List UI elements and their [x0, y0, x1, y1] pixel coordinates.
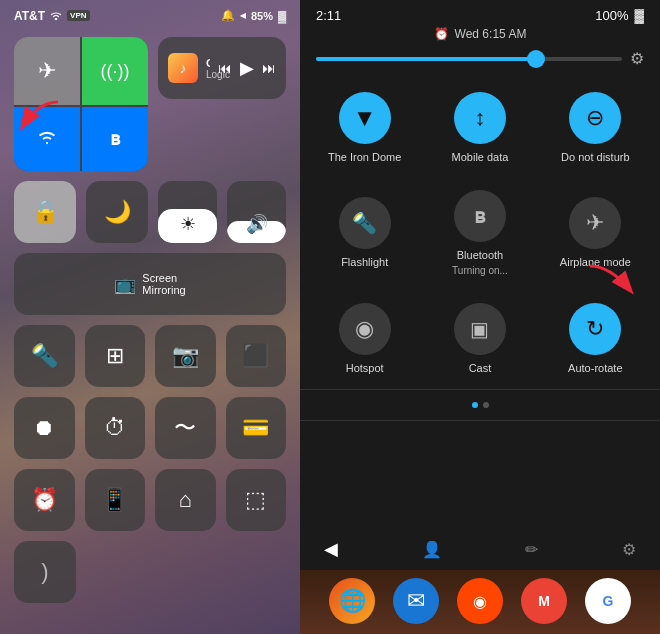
ios-bluetooth-tile[interactable]: ʙ [82, 107, 148, 171]
ios-calc-tile[interactable]: ⊞ [85, 325, 146, 387]
ios-row-5: ⏺ ⏱ 〜 💳 [14, 397, 286, 459]
qs-tile-hotspot[interactable]: ◉ Hotspot [308, 289, 421, 385]
ios-lock-rotation-tile[interactable]: 🔒 [14, 181, 76, 243]
ios-toggle-tile[interactable]: ⬛ [226, 325, 287, 387]
bluetooth-icon: ʙ [110, 128, 120, 150]
ios-nowplaying-tile[interactable]: ♪ Confessions of a... Logic ⏮ ▶ ⏭ [158, 37, 286, 99]
android-nav-bar: ◀ 👤 ✏ ⚙ [300, 528, 660, 570]
location-icon: ◂ [240, 9, 246, 22]
google-icon: G [603, 593, 614, 609]
edit-icon[interactable]: ✏ [525, 540, 538, 559]
camera-icon: 📷 [172, 343, 199, 369]
brightness-track[interactable] [316, 57, 622, 61]
nowplaying-title: Confessions of a... [206, 57, 210, 69]
screen-mirror-icon: 📺 [114, 273, 136, 295]
ios-torch-tile[interactable]: 🔦 [14, 325, 75, 387]
next-button[interactable]: ⏭ [262, 60, 276, 76]
messages-icon: ✉ [407, 588, 425, 614]
mobile-data-icon: ↕ [474, 105, 485, 131]
ios-row-6: ⏰ 📱 ⌂ ⬚ [14, 469, 286, 531]
auto-rotate-label: Auto-rotate [568, 361, 622, 375]
android-page-dots [300, 394, 660, 416]
app-icon-gmail[interactable]: M [521, 578, 567, 624]
vpn-badge: VPN [67, 10, 89, 21]
ios-wallet-tile[interactable]: 💳 [226, 397, 287, 459]
ios-row-2: 🔒 🌙 ☀ 🔊 [14, 181, 286, 243]
brightness-thumb[interactable] [527, 50, 545, 68]
ios-record-tile[interactable]: ⏺ [14, 397, 75, 459]
play-button[interactable]: ▶ [240, 57, 254, 79]
android-brightness-row[interactable]: ⚙ [300, 47, 660, 78]
ear-icon: ) [41, 559, 48, 585]
ios-qr-tile[interactable]: ⬚ [226, 469, 287, 531]
auto-rotate-icon: ↻ [586, 316, 604, 342]
recents-icon[interactable]: 👤 [422, 540, 442, 559]
ios-cellular-tile[interactable]: ((·)) [82, 37, 148, 105]
app-icon-chrome[interactable]: 🌐 [329, 578, 375, 624]
ios-volume-slider[interactable]: 🔊 [227, 181, 286, 243]
dnd-icon-circle: ⊖ [569, 92, 621, 144]
flashlight-label: Flashlight [341, 255, 388, 269]
ios-timer-tile[interactable]: ⏱ [85, 397, 146, 459]
app-icon-reddit[interactable]: ◉ [457, 578, 503, 624]
ios-alarm-tile[interactable]: ⏰ [14, 469, 75, 531]
ios-remote-tile[interactable]: 📱 [85, 469, 146, 531]
music-app-icon: ♪ [168, 53, 198, 83]
chrome-icon: 🌐 [339, 588, 366, 614]
ios-status-bar: AT&T VPN 🔔 ◂ 85% ▓ [0, 0, 300, 27]
ios-camera-tile[interactable]: 📷 [155, 325, 216, 387]
qs-tile-dnd[interactable]: ⊖ Do not disturb [539, 78, 652, 174]
voice-icon: 〜 [174, 413, 196, 443]
bluetooth-label: BluetoothTurning on... [452, 248, 508, 277]
qs-tile-mobile-data[interactable]: ↕ Mobile data [423, 78, 536, 174]
ios-status-right: 🔔 ◂ 85% ▓ [221, 9, 286, 22]
qs-tile-iron-dome[interactable]: ▼ The Iron Dome [308, 78, 421, 174]
flashlight-icon-circle: 🔦 [339, 197, 391, 249]
hotspot-label: Hotspot [346, 361, 384, 375]
airplane-icon: ✈ [38, 58, 56, 84]
wifi-icon [49, 8, 63, 23]
cast-label: Cast [469, 361, 492, 375]
qs-tile-flashlight[interactable]: 🔦 Flashlight [308, 176, 421, 287]
ios-ear-tile[interactable]: ) [14, 541, 76, 603]
app-icon-messages[interactable]: ✉ [393, 578, 439, 624]
cellular-icon: ((·)) [101, 61, 130, 82]
ios-home-tile[interactable]: ⌂ [155, 469, 216, 531]
android-app-dock: 🌐 ✉ ◉ M G [300, 570, 660, 634]
qs-tile-cast[interactable]: ▣ Cast [423, 289, 536, 385]
flashlight-qs-icon: 🔦 [352, 211, 377, 235]
carrier-label: AT&T [14, 9, 45, 23]
arrow-annotation-android [580, 258, 650, 308]
brightness-settings-icon[interactable]: ⚙ [630, 49, 644, 68]
android-battery-label: 100% [595, 8, 628, 23]
app-icon-google[interactable]: G [585, 578, 631, 624]
alarm-indicator-icon: ⏰ [434, 27, 449, 41]
ios-row-3: 📺 ScreenMirroring [14, 253, 286, 315]
ios-screen-mirror-tile[interactable]: 📺 ScreenMirroring [14, 253, 286, 315]
android-alarm-row: ⏰ Wed 6:15 AM [300, 27, 660, 47]
ios-dnd-tile[interactable]: 🌙 [86, 181, 148, 243]
settings-icon[interactable]: ⚙ [622, 540, 636, 559]
iron-dome-label: The Iron Dome [328, 150, 401, 164]
ios-voice-tile[interactable]: 〜 [155, 397, 216, 459]
nowplaying-artist: Logic [206, 69, 210, 80]
gmail-icon: M [538, 593, 550, 609]
cast-icon-circle: ▣ [454, 303, 506, 355]
ios-row-4: 🔦 ⊞ 📷 ⬛ [14, 325, 286, 387]
page-dot-2 [483, 402, 489, 408]
android-battery-icon: ▓ [635, 8, 644, 23]
back-button[interactable]: ◀ [324, 538, 338, 560]
android-time: 2:11 [316, 8, 341, 23]
calc-icon: ⊞ [106, 343, 124, 369]
nowplaying-text: Confessions of a... Logic [206, 57, 210, 80]
prev-button[interactable]: ⏮ [218, 60, 232, 76]
mobile-data-icon-circle: ↕ [454, 92, 506, 144]
dnd-label: Do not disturb [561, 150, 629, 164]
qs-tile-bluetooth[interactable]: ʙ BluetoothTurning on... [423, 176, 536, 287]
ios-row-7: ) [14, 541, 286, 603]
ios-sliders: ☀ 🔊 [158, 181, 286, 243]
ios-brightness-slider[interactable]: ☀ [158, 181, 217, 243]
timer-icon: ⏱ [104, 415, 126, 441]
nowplaying-controls[interactable]: ⏮ ▶ ⏭ [218, 57, 276, 79]
ios-control-center: AT&T VPN 🔔 ◂ 85% ▓ ✈ ((·)) [0, 0, 300, 634]
